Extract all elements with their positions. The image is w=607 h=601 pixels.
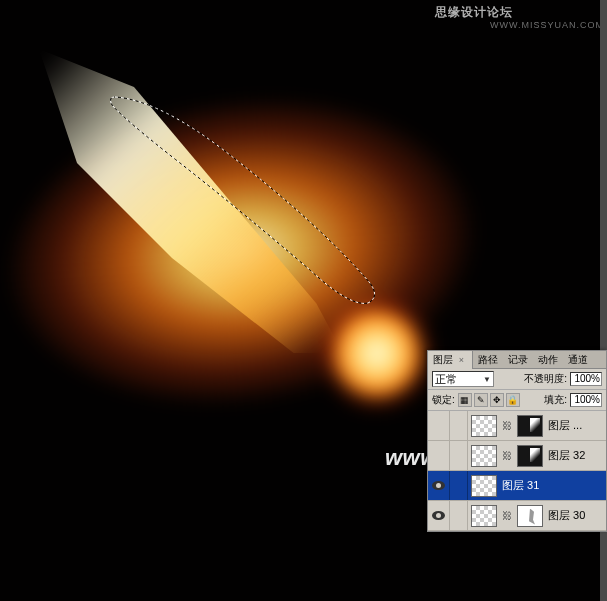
mask-thumbnail[interactable] xyxy=(517,505,543,527)
tab-paths[interactable]: 路径 xyxy=(473,351,503,369)
visibility-toggle[interactable] xyxy=(428,501,450,530)
tab-layers-label: 图层 xyxy=(433,354,453,365)
layers-panel: 图层 × 路径 记录 动作 通道 正常 ▼ 不透明度: 100% 锁定: ▦ ✎… xyxy=(427,350,607,532)
layers-list: ⛓ 图层 ... ⛓ 图层 32 图层 31 ⛓ 图层 30 xyxy=(428,411,606,531)
lock-pixels-icon[interactable]: ✎ xyxy=(474,393,488,407)
fill-label: 填充: xyxy=(544,393,567,407)
link-col[interactable] xyxy=(450,441,468,470)
layer-thumbnail[interactable] xyxy=(471,415,497,437)
lock-icons: ▦ ✎ ✥ 🔒 xyxy=(458,393,520,407)
fill-input[interactable]: 100% xyxy=(570,393,602,407)
watermark-forum: 思缘设计论坛 xyxy=(435,4,513,21)
lock-row: 锁定: ▦ ✎ ✥ 🔒 填充: 100% xyxy=(428,390,606,411)
link-icon: ⛓ xyxy=(502,510,512,521)
mask-thumbnail[interactable] xyxy=(517,445,543,467)
tab-actions[interactable]: 动作 xyxy=(533,351,563,369)
link-col[interactable] xyxy=(450,411,468,440)
visibility-toggle[interactable] xyxy=(428,441,450,470)
layer-row[interactable]: ⛓ 图层 32 xyxy=(428,441,606,471)
blend-row: 正常 ▼ 不透明度: 100% xyxy=(428,369,606,390)
link-icon: ⛓ xyxy=(502,420,512,431)
blend-mode-value: 正常 xyxy=(435,372,457,387)
opacity-input[interactable]: 100% xyxy=(570,372,602,386)
lock-all-icon[interactable]: 🔒 xyxy=(506,393,520,407)
blend-mode-select[interactable]: 正常 ▼ xyxy=(432,371,494,387)
tab-channels[interactable]: 通道 xyxy=(563,351,593,369)
link-col[interactable] xyxy=(450,471,468,500)
layer-thumbnail[interactable] xyxy=(471,505,497,527)
lock-label: 锁定: xyxy=(432,393,455,407)
opacity-label: 不透明度: xyxy=(524,372,567,386)
layer-row-selected[interactable]: 图层 31 xyxy=(428,471,606,501)
tab-close-icon[interactable]: × xyxy=(456,355,467,365)
layer-name[interactable]: 图层 ... xyxy=(548,418,582,433)
layer-thumbnail[interactable] xyxy=(471,475,497,497)
layer-name[interactable]: 图层 31 xyxy=(502,478,539,493)
visibility-toggle[interactable] xyxy=(428,411,450,440)
eye-icon xyxy=(432,511,445,520)
link-icon: ⛓ xyxy=(502,450,512,461)
marquee-selection xyxy=(100,85,390,315)
visibility-toggle[interactable] xyxy=(428,471,450,500)
layer-row[interactable]: ⛓ 图层 30 xyxy=(428,501,606,531)
tab-history[interactable]: 记录 xyxy=(503,351,533,369)
layer-row[interactable]: ⛓ 图层 ... xyxy=(428,411,606,441)
layer-thumbnail[interactable] xyxy=(471,445,497,467)
lock-position-icon[interactable]: ✥ xyxy=(490,393,504,407)
chevron-down-icon: ▼ xyxy=(483,375,491,384)
mask-thumbnail[interactable] xyxy=(517,415,543,437)
panel-tabs: 图层 × 路径 记录 动作 通道 xyxy=(428,351,606,369)
layer-name[interactable]: 图层 32 xyxy=(548,448,585,463)
eye-icon xyxy=(432,481,445,490)
lock-transparency-icon[interactable]: ▦ xyxy=(458,393,472,407)
layer-name[interactable]: 图层 30 xyxy=(548,508,585,523)
watermark-url-sub: WWW.MISSYUAN.COM xyxy=(490,20,604,30)
link-col[interactable] xyxy=(450,501,468,530)
tab-layers[interactable]: 图层 × xyxy=(428,351,473,369)
